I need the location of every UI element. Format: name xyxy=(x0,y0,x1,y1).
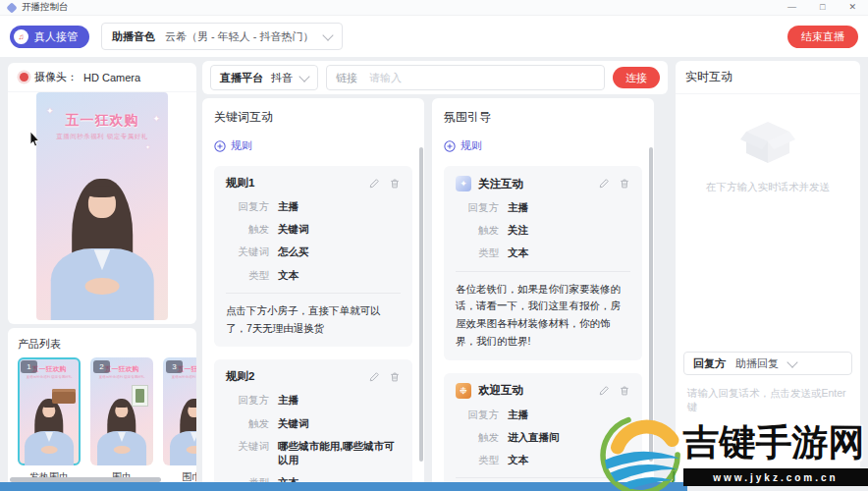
product-list-panel: 产品列表 1 五一狂欢购 直播间秒杀福利 锁定专属好礼 2 五一狂欢购 直播间秒… xyxy=(8,328,196,491)
banner-subtitle: 直播间秒杀福利 锁定专属好礼 xyxy=(36,133,168,141)
product-image xyxy=(132,385,148,407)
follow-interaction-icon: ✦ xyxy=(456,176,471,191)
camera-selector[interactable]: 摄像头： HD Camera xyxy=(8,63,196,92)
connect-button[interactable]: 连接 xyxy=(613,67,660,88)
rule-card-title: 欢迎互动 xyxy=(478,383,523,398)
thumb-number-badge: 3 xyxy=(166,360,183,373)
keyword-panel-scrollbar[interactable] xyxy=(419,147,423,462)
edit-icon[interactable] xyxy=(368,178,380,190)
welcome-interaction-icon: ❉ xyxy=(456,383,471,399)
rule-card-title: 规则2 xyxy=(226,369,254,384)
watermark-j-mark: j xyxy=(672,465,676,482)
sparkle-icon: ✦ xyxy=(152,114,160,124)
delete-icon[interactable] xyxy=(389,371,401,383)
maximize-button[interactable]: □ xyxy=(820,3,825,12)
rule-card-title: 关注互动 xyxy=(478,177,523,191)
link-input-box: 链接 xyxy=(326,65,605,90)
delete-icon[interactable] xyxy=(619,385,630,397)
edit-icon[interactable] xyxy=(598,178,610,190)
ambience-panel-title: 氛围引导 xyxy=(444,109,642,126)
platform-value: 抖音 xyxy=(271,71,293,85)
window-title: 开播控制台 xyxy=(22,1,69,14)
product-thumb-3[interactable]: 3 五一狂欢购 直播间秒杀福利 锁定专属好礼 xyxy=(163,357,196,465)
minimize-button[interactable]: — xyxy=(787,3,796,12)
app-window: 开播控制台 — □ ✕ ♫ 真人接管 助播音色 云希（男 - 年轻人 - 抖音热… xyxy=(0,0,868,491)
rule-card-title: 规则1 xyxy=(226,176,254,191)
rule-script-text: 各位老铁们，如果是你们家要装修的话，请看一下，我们这里有报价，房屋效果图各种材装… xyxy=(456,281,630,351)
chevron-down-icon xyxy=(322,29,333,40)
window-titlebar: 开播控制台 — □ ✕ xyxy=(0,0,868,16)
edit-icon[interactable] xyxy=(598,385,610,397)
keyword-panel-title: 关键词互动 xyxy=(214,109,412,126)
plus-circle-icon xyxy=(214,140,226,152)
delete-icon[interactable] xyxy=(619,178,630,190)
rule-card: 规则2 回复方主播 触发关键词 关键词哪些城市能用,哪些城市可以用 类型文本 咱… xyxy=(214,359,412,491)
watermark-site-name: 吉键手游网 xyxy=(679,420,868,465)
human-takeover-button[interactable]: ♫ 真人接管 xyxy=(10,26,89,48)
watermark-blue-strip xyxy=(0,482,687,491)
close-button[interactable]: ✕ xyxy=(848,3,856,12)
rule-card: ✦ 关注互动 回复方主播 触发关注 类型文本 各位老铁们，如果是你们家要装修的话… xyxy=(444,166,642,360)
camera-panel: 摄像头： HD Camera 五一狂欢购 直播间秒杀福利 锁定专属好礼 ✦ ✦ … xyxy=(8,63,196,324)
banner-title: 五一狂欢购 xyxy=(36,112,168,130)
empty-state-text: 在下方输入实时话术并发送 xyxy=(676,181,860,194)
reply-mode-select[interactable]: 回复方 助播回复 xyxy=(683,352,852,375)
add-keyword-rule-button[interactable]: 规则 xyxy=(214,138,412,153)
watermark-site-url: www.jykz.com.cn xyxy=(683,468,868,486)
product-list-title: 产品列表 xyxy=(8,328,196,357)
sparkle-icon: ✦ xyxy=(46,106,54,116)
reply-mode-value: 助播回复 xyxy=(735,356,779,371)
product-thumb-1[interactable]: 1 五一狂欢购 直播间秒杀福利 锁定专属好礼 xyxy=(18,357,81,465)
end-live-button[interactable]: 结束直播 xyxy=(787,26,858,48)
voice-value: 云希（男 - 年轻人 - 抖音热门） xyxy=(165,29,314,44)
add-ambience-rule-button[interactable]: 规则 xyxy=(444,138,642,153)
mouse-cursor xyxy=(29,132,40,151)
voice-label: 助播音色 xyxy=(112,29,155,44)
platform-select[interactable]: 直播平台 抖音 xyxy=(210,65,318,90)
empty-box-icon xyxy=(732,108,803,165)
connect-bar: 直播平台 抖音 链接 连接 xyxy=(202,61,668,94)
thumb-number-badge: 2 xyxy=(93,360,110,373)
rule-card: 规则1 回复方主播 触发关键词 关键词怎么买 类型文本 点击下方小房子，直接下单… xyxy=(214,166,412,347)
link-label: 链接 xyxy=(336,71,357,85)
assistant-voice-select[interactable]: 助播音色 云希（男 - 年轻人 - 抖音热门） xyxy=(101,23,343,50)
presenter-avatar xyxy=(36,179,168,320)
empty-state: 在下方输入实时话术并发送 xyxy=(676,108,860,194)
keyword-interaction-panel: 关键词互动 规则 规则1 回复方主播 触发关键词 关键词怎么买 类型文本 点击下… xyxy=(202,98,424,491)
record-dot-icon xyxy=(20,73,28,82)
live-preview: 五一狂欢购 直播间秒杀福利 锁定专属好礼 ✦ ✦ ✦ xyxy=(36,92,168,320)
delete-icon[interactable] xyxy=(389,178,401,190)
chevron-down-icon xyxy=(787,356,797,367)
scarf-product-image xyxy=(52,389,76,404)
thumb-number-badge: 1 xyxy=(21,360,37,373)
plus-circle-icon xyxy=(444,140,456,152)
edit-icon[interactable] xyxy=(368,371,380,383)
mic-icon: ♫ xyxy=(14,29,28,44)
sparkle-icon: ✦ xyxy=(145,143,150,150)
product-thumb-2[interactable]: 2 五一狂欢购 直播间秒杀福利 锁定专属好礼 xyxy=(90,357,153,465)
live-panel-title: 实时互动 xyxy=(676,61,860,94)
app-icon xyxy=(6,2,17,13)
main-toolbar: ♫ 真人接管 助播音色 云希（男 - 年轻人 - 抖音热门） 结束直播 xyxy=(0,16,868,57)
link-input[interactable] xyxy=(367,71,595,84)
rule-script-text: 点击下方小房子，直接下单就可以了，7天无理由退换货 xyxy=(226,302,401,338)
camera-device: HD Camera xyxy=(83,72,140,83)
chevron-down-icon xyxy=(298,71,309,82)
camera-label: 摄像头： xyxy=(34,70,78,84)
ambience-panel-scrollbar[interactable] xyxy=(649,147,653,462)
